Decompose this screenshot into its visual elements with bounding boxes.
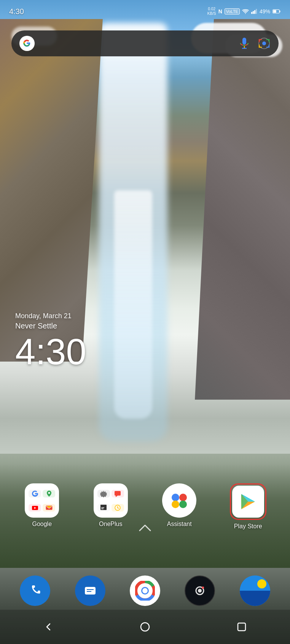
youtube-mini — [29, 504, 41, 512]
svg-point-29 — [179, 494, 187, 501]
svg-rect-2 — [253, 11, 254, 14]
svg-point-41 — [202, 587, 204, 589]
status-bar: 4:30 0.02 KB/S N VoLTE 49% — [0, 0, 290, 23]
svg-point-44 — [257, 579, 266, 588]
play-store-label: Play Store — [234, 523, 262, 530]
assistant-icon — [162, 483, 196, 518]
svg-point-28 — [172, 494, 179, 501]
signal-icon — [251, 9, 257, 14]
app-google[interactable]: Google — [15, 483, 69, 528]
filemanager-mini — [97, 504, 110, 512]
messages-mini — [112, 490, 124, 497]
svg-rect-19 — [115, 491, 121, 496]
motto-label: Never Settle — [15, 322, 86, 330]
svg-rect-1 — [251, 12, 252, 14]
dock-messages[interactable] — [75, 575, 105, 606]
wifi-icon — [242, 9, 249, 14]
battery-percent: 49% — [260, 8, 270, 14]
nfc-icon: N — [218, 8, 222, 14]
gmail-mini — [43, 504, 55, 512]
nav-back-button[interactable] — [41, 619, 56, 634]
svg-point-0 — [245, 13, 246, 14]
date-label: Monday, March 21 — [15, 312, 86, 320]
search-bar[interactable] — [11, 30, 279, 56]
svg-rect-4 — [256, 9, 257, 14]
dock-camera[interactable] — [185, 575, 215, 606]
settings-mini — [97, 490, 110, 497]
waterfall-secondary — [114, 190, 152, 419]
dock — [8, 572, 282, 610]
battery-icon — [272, 9, 281, 14]
svg-point-30 — [172, 501, 179, 508]
volte-icon: VoLTE — [225, 8, 240, 14]
svg-point-45 — [141, 623, 149, 631]
svg-rect-46 — [238, 623, 245, 631]
dock-horizon[interactable] — [240, 575, 270, 606]
svg-rect-22 — [101, 507, 104, 508]
play-store-icon — [232, 486, 264, 518]
svg-rect-32 — [85, 587, 96, 595]
clock-mini — [112, 504, 124, 512]
nav-recents-button[interactable] — [234, 619, 249, 634]
svg-rect-9 — [242, 38, 246, 45]
svg-point-27 — [117, 507, 118, 508]
search-bar-icons — [237, 37, 271, 50]
swipe-indicator — [138, 523, 152, 534]
app-oneplus[interactable]: OnePlus — [84, 483, 137, 528]
svg-point-38 — [142, 588, 148, 593]
status-icons: 0.02 KB/S N VoLTE 49% — [207, 7, 281, 16]
lens-button[interactable] — [257, 37, 271, 50]
svg-rect-43 — [240, 591, 270, 606]
app-assistant[interactable]: Assistant — [153, 483, 206, 528]
svg-rect-3 — [254, 10, 255, 14]
google-folder-icon — [25, 483, 59, 518]
datetime-widget: Monday, March 21 Never Settle 4:30 — [15, 312, 86, 370]
svg-rect-6 — [273, 10, 276, 13]
mic-button[interactable] — [237, 37, 251, 50]
google-mini-g — [29, 490, 41, 497]
oneplus-label: OnePlus — [99, 521, 122, 528]
google-label: Google — [32, 521, 52, 528]
data-speed: 0.02 KB/S — [207, 7, 216, 16]
svg-rect-7 — [279, 11, 280, 13]
clock-display: 4:30 — [15, 333, 86, 370]
svg-point-31 — [179, 501, 187, 508]
play-store-highlight-border — [230, 483, 266, 520]
status-time: 4:30 — [9, 7, 24, 16]
maps-mini — [43, 490, 55, 497]
svg-rect-23 — [101, 509, 104, 509]
dock-chrome[interactable] — [130, 575, 160, 606]
nav-home-button[interactable] — [137, 619, 153, 634]
svg-point-14 — [262, 41, 266, 45]
app-playstore[interactable]: Play Store — [221, 483, 275, 530]
svg-point-40 — [198, 589, 202, 593]
svg-point-15 — [48, 492, 50, 494]
google-logo — [19, 35, 35, 51]
nav-bar — [0, 610, 290, 644]
dock-phone[interactable] — [20, 575, 50, 606]
oneplus-folder-icon — [94, 483, 128, 518]
assistant-label: Assistant — [167, 521, 192, 528]
